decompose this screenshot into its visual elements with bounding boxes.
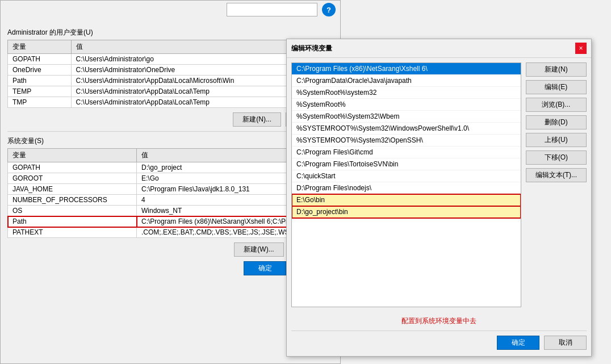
help-button[interactable]: ? bbox=[322, 3, 336, 16]
path-item[interactable]: C:\Program Files\TortoiseSVN\bin bbox=[292, 158, 521, 170]
user-var-row[interactable]: TEMPC:\Users\Administrator\AppData\Local… bbox=[8, 86, 333, 97]
dialog-layout: C:\Program Files (x86)\NetSarang\Xshell … bbox=[291, 62, 587, 312]
dialog-edit-btn[interactable]: 编辑(E) bbox=[526, 80, 587, 94]
path-item[interactable]: C:\quickStart bbox=[292, 170, 521, 182]
edit-env-dialog: 编辑环境变量 × C:\Program Files (x86)\NetSaran… bbox=[286, 39, 592, 357]
sys-var-row[interactable]: JAVA_HOMEC:\Program Files\Java\jdk1.8.0_… bbox=[8, 184, 333, 195]
user-btn-row: 新建(N)... 编辑(E)... bbox=[7, 112, 333, 127]
user-vars-table: 变量 值 GOPATHC:\Users\Administrator\goOneD… bbox=[7, 40, 333, 108]
main-footer-btns: 确定 取消 bbox=[7, 261, 333, 275]
dialog-edit-text-btn[interactable]: 编辑文本(T)... bbox=[526, 168, 587, 182]
dialog-side-buttons: 新建(N) 编辑(E) 浏览(B)... 删除(D) 上移(U) 下移(O) 编… bbox=[526, 62, 587, 312]
path-item[interactable]: C:\Program Files\Git\cmd bbox=[292, 147, 521, 158]
sys-var-row[interactable]: GOROOTE:\Go bbox=[8, 173, 333, 184]
path-item[interactable]: D:\go_project\bin bbox=[292, 206, 521, 218]
path-item[interactable]: %SYSTEMROOT%\System32\WindowsPowerShell\… bbox=[292, 123, 521, 135]
sys-var-name: JAVA_HOME bbox=[8, 184, 137, 195]
sys-var-row[interactable]: OSWindows_NT bbox=[8, 206, 333, 216]
sys-section-label: 系统变量(S) bbox=[7, 136, 333, 146]
sys-var-row[interactable]: PathC:\Program Files (x86)\NetSarang\Xsh… bbox=[8, 216, 333, 227]
path-item[interactable]: %SystemRoot%\System32\Wbem bbox=[292, 111, 521, 123]
path-item[interactable]: %SYSTEMROOT%\System32\OpenSSH\ bbox=[292, 135, 521, 147]
main-ok-btn[interactable]: 确定 bbox=[244, 261, 286, 275]
user-var-name: TMP bbox=[8, 97, 72, 108]
dialog-close-btn[interactable]: × bbox=[575, 43, 587, 54]
user-var-name: Path bbox=[8, 76, 72, 86]
dialog-up-btn[interactable]: 上移(U) bbox=[526, 133, 587, 147]
dialog-new-btn[interactable]: 新建(N) bbox=[526, 62, 587, 77]
sys-var-row[interactable]: PATHEXT.COM;.EXE;.BAT;.CMD;.VBS;.VBE;.JS… bbox=[8, 227, 333, 238]
dialog-body: C:\Program Files (x86)\NetSarang\Xshell … bbox=[287, 58, 591, 354]
dialog-delete-btn[interactable]: 删除(D) bbox=[526, 115, 587, 129]
top-bar: ? bbox=[1, 1, 340, 19]
user-new-btn[interactable]: 新建(N)... bbox=[233, 112, 281, 127]
sys-var-name: OS bbox=[8, 206, 137, 216]
user-var-row[interactable]: OneDriveC:\Users\Administrator\OneDrive bbox=[8, 65, 333, 76]
path-list-container: C:\Program Files (x86)\NetSarang\Xshell … bbox=[291, 62, 521, 312]
user-var-row[interactable]: PathC:\Users\Administrator\AppData\Local… bbox=[8, 76, 333, 86]
user-col-var: 变量 bbox=[8, 40, 72, 54]
sys-btn-row: 新建(W)... 编辑(I)... bbox=[7, 242, 333, 257]
sys-var-name: Path bbox=[8, 216, 137, 227]
sys-vars-table: 变量 值 GOPATHD:\go_projectGOROOTE:\GoJAVA_… bbox=[7, 148, 333, 238]
hint-text: 配置到系统环境变量中去 bbox=[291, 312, 587, 330]
dialog-browse-btn[interactable]: 浏览(B)... bbox=[526, 98, 587, 112]
dialog-down-btn[interactable]: 下移(O) bbox=[526, 150, 587, 165]
user-var-row[interactable]: TMPC:\Users\Administrator\AppData\Local\… bbox=[8, 97, 333, 108]
sys-var-name: NUMBER_OF_PROCESSORS bbox=[8, 195, 137, 206]
user-var-name: GOPATH bbox=[8, 54, 72, 65]
sys-var-name: GOROOT bbox=[8, 173, 137, 184]
path-item[interactable]: %SystemRoot%\system32 bbox=[292, 87, 521, 99]
path-item[interactable]: C:\Program Files (x86)\NetSarang\Xshell … bbox=[292, 63, 521, 75]
divider-1 bbox=[7, 131, 333, 132]
path-item[interactable]: E:\Go\bin bbox=[292, 194, 521, 206]
path-item[interactable]: %SystemRoot% bbox=[292, 99, 521, 111]
admin-section-label: Administrator 的用户变量(U) bbox=[7, 28, 333, 37]
sys-new-btn[interactable]: 新建(W)... bbox=[234, 242, 283, 257]
sys-var-row[interactable]: GOPATHD:\go_project bbox=[8, 162, 333, 173]
path-list[interactable]: C:\Program Files (x86)\NetSarang\Xshell … bbox=[291, 62, 521, 307]
dialog-ok-btn[interactable]: 确定 bbox=[497, 336, 539, 350]
dialog-cancel-btn[interactable]: 取消 bbox=[544, 336, 587, 350]
sys-var-row[interactable]: NUMBER_OF_PROCESSORS4 bbox=[8, 195, 333, 206]
sys-var-name: PATHEXT bbox=[8, 227, 137, 238]
path-item[interactable]: D:\Program Files\nodejs\ bbox=[292, 182, 521, 194]
dialog-title: 编辑环境变量 bbox=[291, 44, 332, 53]
search-input[interactable] bbox=[227, 3, 317, 16]
sys-var-name: GOPATH bbox=[8, 162, 137, 173]
user-var-row[interactable]: GOPATHC:\Users\Administrator\go bbox=[8, 54, 333, 65]
dialog-footer: 确定 取消 bbox=[291, 330, 587, 350]
user-var-name: TEMP bbox=[8, 86, 72, 97]
sys-col-var: 变量 bbox=[8, 149, 137, 162]
user-var-name: OneDrive bbox=[8, 65, 72, 76]
dialog-titlebar: 编辑环境变量 × bbox=[287, 39, 591, 58]
path-item[interactable]: C:\ProgramData\Oracle\Java\javapath bbox=[292, 75, 521, 87]
